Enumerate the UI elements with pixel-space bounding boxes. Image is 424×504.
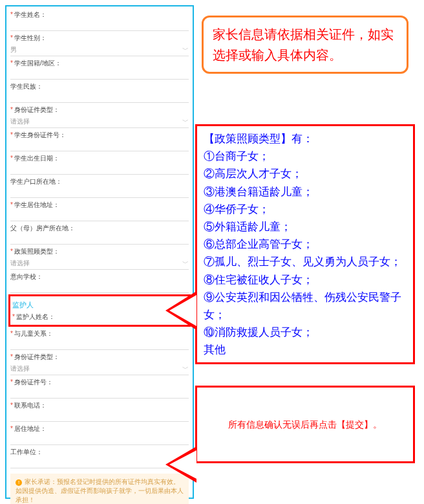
- label: 学生户口所在地：: [10, 176, 189, 187]
- field-policy-type: *政策照顾类型： 请选择 ﹀: [10, 246, 189, 270]
- callout-policy-types: 【政策照顾类型】有： ①台商子女；②高层次人才子女；③港澳台籍适龄儿童；④华侨子…: [195, 124, 415, 364]
- callout-heading: 【政策照顾类型】有：: [204, 130, 407, 148]
- label: *学生性别：: [10, 32, 189, 43]
- field-nationality: *学生国籍/地区：: [10, 58, 189, 80]
- select-value: 男: [10, 45, 17, 54]
- label: 学生民族：: [10, 81, 189, 92]
- input-guardian-address[interactable]: [10, 434, 189, 445]
- input-school[interactable]: [10, 282, 189, 293]
- field-guardian-id-number: *身份证件号：: [10, 377, 189, 399]
- arrow-pointer-icon: [165, 446, 196, 483]
- field-property: 父（母）房产所在地：: [10, 223, 189, 245]
- input-birthdate[interactable]: [10, 164, 189, 175]
- callout-item: ②高层次人才子女；: [204, 165, 407, 182]
- chevron-down-icon: ﹀: [182, 364, 189, 373]
- select-value: 请选择: [10, 117, 30, 126]
- select-policy-type[interactable]: 请选择 ﹀: [10, 257, 189, 270]
- input-relation[interactable]: [10, 339, 189, 350]
- field-phone: *联系电话：: [10, 400, 189, 422]
- input-student-name[interactable]: [10, 20, 189, 31]
- label: *学生身份证件号：: [10, 129, 189, 140]
- form-panel: *学生姓名： *学生性别： 男 ﹀ *学生国籍/地区： 学生民族： *身份证件类…: [5, 5, 194, 499]
- field-guardian-address: *居住地址：: [10, 423, 189, 445]
- callout-item: ⑤外籍适龄儿童；: [204, 218, 407, 236]
- callout-item: ①台商子女；: [204, 148, 407, 165]
- input-address[interactable]: [10, 210, 189, 221]
- label: *监护人姓名：: [12, 311, 187, 322]
- field-guardian-id-type: *身份证件类型： 请选择 ﹀: [10, 351, 189, 375]
- callout-item: ⑩消防救援人员子女；: [204, 323, 407, 341]
- label: *身份证件号：: [10, 377, 189, 388]
- chevron-down-icon: ﹀: [182, 117, 189, 126]
- select-value: 请选择: [10, 259, 30, 268]
- field-address: *学生居住地址：: [10, 199, 189, 221]
- field-relation: *与儿童关系：: [10, 328, 189, 350]
- input-property[interactable]: [10, 234, 189, 245]
- field-student-gender: *学生性别： 男 ﹀: [10, 32, 189, 56]
- callout-items: ①台商子女；②高层次人才子女；③港澳台籍适龄儿童；④华侨子女；⑤外籍适龄儿童；⑥…: [204, 148, 407, 358]
- label: 父（母）房产所在地：: [10, 223, 189, 234]
- field-guardian-name: *监护人姓名：: [12, 311, 187, 322]
- input-nationality[interactable]: [10, 69, 189, 80]
- callout-item: ⑦孤儿、烈士子女、见义勇为人员子女；: [204, 253, 407, 270]
- callout-item: ⑧住宅被征收人子女；: [204, 271, 407, 289]
- callout-guardian-info: 家长信息请依据相关证件，如实选择或输入具体内容。: [202, 16, 408, 74]
- input-id-number[interactable]: [10, 140, 189, 151]
- field-birthdate: *学生出生日期：: [10, 153, 189, 175]
- guardian-highlight-box: 监护人 *监护人姓名：: [8, 294, 191, 327]
- select-id-type[interactable]: 请选择 ﹀: [10, 115, 189, 128]
- field-id-number: *学生身份证件号：: [10, 129, 189, 151]
- field-id-type: *身份证件类型： 请选择 ﹀: [10, 104, 189, 128]
- field-school: 意向学校：: [10, 271, 189, 293]
- field-hukou: 学生户口所在地：: [10, 176, 189, 198]
- label: *学生姓名：: [10, 9, 189, 20]
- callout-item: 其他: [204, 341, 407, 358]
- arrow-pointer-icon: [165, 291, 196, 330]
- warning-icon: !: [16, 479, 22, 486]
- input-ethnicity[interactable]: [10, 92, 189, 103]
- label: *学生居住地址：: [10, 199, 189, 210]
- label: *居住地址：: [10, 423, 189, 434]
- select-student-gender[interactable]: 男 ﹀: [10, 43, 189, 56]
- label: *身份证件类型：: [10, 104, 189, 115]
- callout-item: ③港澳台籍适龄儿童；: [204, 183, 407, 201]
- callout-item: ⑥总部企业高管子女；: [204, 236, 407, 253]
- input-hukou[interactable]: [10, 187, 189, 198]
- label: *学生出生日期：: [10, 153, 189, 164]
- select-value: 请选择: [10, 364, 30, 373]
- field-workplace: 工作单位：: [10, 446, 189, 468]
- input-workplace[interactable]: [10, 457, 189, 468]
- field-ethnicity: 学生民族：: [10, 81, 189, 103]
- input-guardian-id-number[interactable]: [10, 388, 189, 399]
- label: *联系电话：: [10, 400, 189, 411]
- label: *学生国籍/地区：: [10, 58, 189, 69]
- field-student-name: *学生姓名：: [10, 9, 189, 31]
- label: *政策照顾类型：: [10, 246, 189, 257]
- label: 意向学校：: [10, 271, 189, 282]
- callout-item: ④华侨子女；: [204, 201, 407, 218]
- label: 工作单位：: [10, 446, 189, 457]
- label: *与儿童关系：: [10, 328, 189, 339]
- chevron-down-icon: ﹀: [182, 259, 189, 268]
- select-guardian-id-type[interactable]: 请选择 ﹀: [10, 362, 189, 375]
- label: *身份证件类型：: [10, 351, 189, 362]
- guardian-section-header: 监护人: [12, 298, 187, 311]
- declaration-box: !家长承诺：预报名登记时提供的所有证件均真实有效。如因提供伪造、虚假证件而影响孩…: [10, 474, 189, 504]
- declaration-text: 家长承诺：预报名登记时提供的所有证件均真实有效。如因提供伪造、虚假证件而影响孩子…: [16, 478, 184, 503]
- callout-submit-note: 所有信息确认无误后再点击【提交】。: [195, 386, 415, 463]
- input-phone[interactable]: [10, 411, 189, 422]
- callout-item: ⑨公安英烈和因公牺牲、伤残公安民警子女；: [204, 289, 407, 323]
- chevron-down-icon: ﹀: [182, 45, 189, 54]
